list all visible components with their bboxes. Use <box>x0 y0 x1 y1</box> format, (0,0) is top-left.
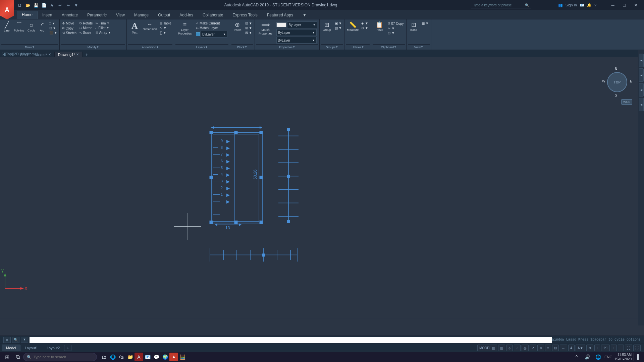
btn-block-dd1[interactable]: ⊡ ▼ <box>244 21 253 25</box>
taskbar-search-input[interactable] <box>34 355 91 359</box>
btn-utilities-dd2[interactable]: ⊙ ▼ <box>360 26 369 30</box>
tab-addins[interactable]: Add-ins <box>175 11 198 19</box>
taskbar-icon-mail[interactable]: 📧 <box>143 353 152 361</box>
properties-bylayer2-dropdown[interactable]: ByLayer ▼ <box>276 29 317 36</box>
right-panel-btn4[interactable]: ◀ <box>639 98 644 111</box>
taskbar-volume[interactable]: 🔊 <box>583 353 592 361</box>
btn-move[interactable]: ✛ Move <box>61 21 77 25</box>
btn-gradient[interactable]: ⬛ ▼ <box>48 31 58 35</box>
btb-dtrack[interactable]: ⊕ <box>537 345 544 351</box>
btb-ortho[interactable]: ⊿ <box>514 345 521 351</box>
taskbar-icon-files[interactable]: 📁 <box>126 353 135 361</box>
cmd-arrow-btn[interactable]: ▼ <box>21 337 28 343</box>
maximize-btn[interactable]: □ <box>619 2 629 8</box>
app-button[interactable]: A <box>0 0 14 19</box>
btn-layer-properties[interactable]: ≡ Layer Properties <box>175 21 194 36</box>
btn-arc[interactable]: ◜ Arc <box>38 21 47 33</box>
tab-parametric[interactable]: Parametric <box>83 11 111 19</box>
right-panel-btn1[interactable]: ◀ <box>639 54 644 67</box>
compass-top-btn[interactable]: TOP <box>607 72 627 92</box>
tab-view[interactable]: View <box>111 11 129 19</box>
btb-lweight[interactable]: ≡ <box>545 345 551 351</box>
tab-express[interactable]: Express Tools <box>228 11 262 19</box>
taskbar-icon-whatsapp[interactable]: 💬 <box>152 353 161 361</box>
btb-snap[interactable]: ⊹ <box>506 345 513 351</box>
qat-dd[interactable]: ▼ <box>72 2 80 9</box>
btn-array[interactable]: ⊞ Array ▼ <box>95 31 112 35</box>
taskbar-network[interactable]: 🌐 <box>594 353 602 361</box>
taskbar-icon-edge[interactable]: 🌐 <box>108 353 117 361</box>
btn-rect[interactable]: □ ▼ <box>48 21 58 25</box>
btn-scale[interactable]: ⤡ Scale <box>78 31 94 35</box>
close-btn[interactable]: ✕ <box>631 2 641 8</box>
btn-polyline[interactable]: ⌒ Polyline <box>13 21 25 33</box>
tab-insert[interactable]: Insert <box>38 11 57 19</box>
cmd-close-btn[interactable]: ✕ <box>3 337 11 343</box>
btb-fullscreen[interactable]: ⛶ <box>633 345 641 351</box>
btn-stretch[interactable]: ⇲ Stretch <box>61 31 77 35</box>
btb-anno-dd[interactable]: A▼ <box>576 345 585 351</box>
btn-measure[interactable]: 📏 Measure <box>346 21 360 33</box>
btn-line[interactable]: ╱ Line <box>1 21 12 33</box>
layout-tab-layout1[interactable]: Layout1 <box>20 345 42 351</box>
taskbar-search-box[interactable]: 🔍 <box>23 353 97 361</box>
btb-isnap[interactable]: ↗ <box>530 345 536 351</box>
taskbar-icon-autocad[interactable]: A <box>169 353 178 361</box>
btb-model[interactable]: MODEL ▦ <box>477 345 497 351</box>
btn-clipboard-dd1[interactable]: ✂ ▼ <box>387 26 405 31</box>
btb-zoom-percent[interactable]: 1:1 <box>601 345 610 351</box>
layout-tab-model[interactable]: Model <box>2 345 20 351</box>
minimize-btn[interactable]: ─ <box>608 2 618 8</box>
cmd-zoom-btn[interactable]: 🔍 <box>12 337 19 343</box>
btn-rotate[interactable]: ↻ Rotate <box>78 21 94 25</box>
taskbar-systra[interactable]: ^ <box>572 353 581 361</box>
properties-bylayer1-dropdown[interactable]: ByLayer ▼ <box>287 21 317 28</box>
taskbar-icon-chrome[interactable]: 🌍 <box>161 353 169 361</box>
btn-hatch[interactable]: ⊡ ▼ <box>48 26 58 30</box>
layer-dropdown[interactable]: ByLayer ▼ <box>201 31 227 38</box>
taskbar-clock[interactable]: 11:53 AM 15-01-2020 <box>614 353 632 361</box>
qat-new[interactable]: 🗋 <box>16 2 23 9</box>
btb-zoom-in[interactable]: + <box>611 345 617 351</box>
btn-group[interactable]: ⊞ Group <box>321 21 333 33</box>
qat-undo[interactable]: ↩ <box>56 2 64 9</box>
right-panel-btn3[interactable]: ◀ <box>639 83 644 97</box>
command-input[interactable] <box>30 337 552 343</box>
tab-output[interactable]: Output <box>153 11 175 19</box>
btn-view-dd1[interactable]: ▦ ▼ <box>421 21 430 25</box>
taskbar-show-desktop[interactable]: ▌ <box>634 353 642 361</box>
tab-featured[interactable]: Featured Apps <box>262 11 298 19</box>
btn-block-dd3[interactable]: ⊠ ▼ <box>244 31 253 35</box>
tab-more[interactable]: ▼ <box>298 11 311 19</box>
taskbar-icon-store[interactable]: 🛍 <box>117 353 126 361</box>
btb-add[interactable]: + <box>594 345 600 351</box>
qat-redo[interactable]: ↪ <box>64 2 72 9</box>
qat-print[interactable]: 🖨 <box>48 2 56 9</box>
layout-tab-layout2[interactable]: Layout2 <box>42 345 64 351</box>
drawing-canvas[interactable]: X Y <box>0 50 644 325</box>
qat-save-as[interactable]: 📄 <box>40 2 48 9</box>
btn-anno-dd2[interactable]: ∑ ▼ <box>159 31 172 35</box>
btn-fillet[interactable]: ⌐ Fillet ▼ <box>95 26 112 30</box>
tab-manage[interactable]: Manage <box>129 11 153 19</box>
btn-groups-dd2[interactable]: ▧ ▼ <box>334 26 343 30</box>
taskbar-icon-app1[interactable]: A <box>135 353 143 361</box>
btn-groups-dd1[interactable]: ▣ ▼ <box>334 21 343 25</box>
btn-utilities-dd1[interactable]: ◈ ▼ <box>360 21 369 25</box>
btn-table[interactable]: ⊞ Table <box>159 21 172 25</box>
btb-zoom-extents[interactable]: ⛶ <box>625 345 632 351</box>
btn-anno-dd1[interactable]: ∿ ▼ <box>159 26 172 30</box>
btn-block-dd2[interactable]: ⊞ ▼ <box>244 26 253 30</box>
btb-polar[interactable]: ◎ <box>522 345 529 351</box>
btb-tspace[interactable]: ⊟ <box>552 345 559 351</box>
signin-btn[interactable]: Sign In <box>566 3 577 7</box>
properties-bylayer3-dropdown[interactable]: ByLayer ▼ <box>276 37 317 44</box>
taskbar-start[interactable]: ⊞ <box>2 352 12 362</box>
btn-copy[interactable]: ⧉ Copy <box>61 26 77 31</box>
layout-tab-add[interactable]: + <box>64 345 71 351</box>
btn-text[interactable]: A Text <box>128 21 141 35</box>
btn-paste[interactable]: 📋 Paste <box>373 21 386 33</box>
btn-insert[interactable]: ⊕ Insert <box>231 21 244 33</box>
btn-circle[interactable]: ○ Circle <box>26 21 37 33</box>
btn-trim[interactable]: ✂ Trim ▼ <box>95 21 112 25</box>
